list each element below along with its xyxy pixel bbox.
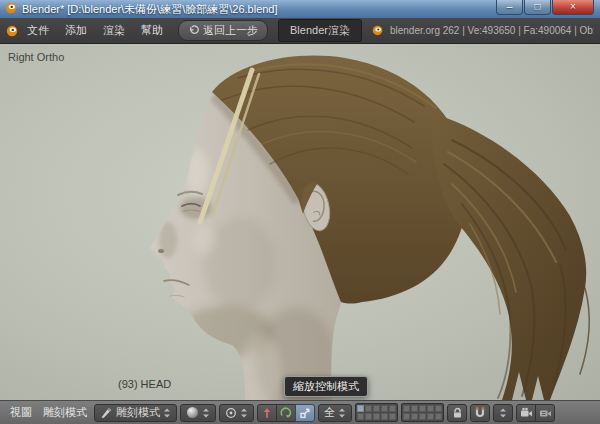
pivot-icon xyxy=(225,407,237,419)
layer-grid xyxy=(355,403,398,422)
manipulator-buttons xyxy=(257,404,315,422)
layer-toggle[interactable] xyxy=(419,413,426,420)
layer-toggle[interactable] xyxy=(435,405,442,412)
layer-toggle[interactable] xyxy=(427,413,434,420)
viewport-header: 視圖 雕刻模式 雕刻模式 全 xyxy=(0,400,600,424)
render-engine-value: Blender渲染 xyxy=(290,24,350,36)
mode-select-value: 雕刻模式 xyxy=(116,405,160,420)
layer-toggle[interactable] xyxy=(389,413,396,420)
layer-toggle[interactable] xyxy=(403,405,410,412)
info-header: 文件 添加 渲染 幫助 返回上一步 Blender渲染 blender.org … xyxy=(0,18,600,44)
undo-icon xyxy=(188,25,199,36)
snap-element-select[interactable] xyxy=(493,404,513,422)
layer-toggle[interactable] xyxy=(365,413,372,420)
shading-sphere-icon xyxy=(186,406,199,419)
layer-toggle[interactable] xyxy=(373,405,380,412)
menu-viewport-view[interactable]: 視圖 xyxy=(6,403,36,422)
render-anim-button[interactable] xyxy=(535,404,555,422)
menu-render[interactable]: 渲染 xyxy=(96,20,132,41)
layer-toggle[interactable] xyxy=(411,413,418,420)
updown-icon xyxy=(338,407,346,419)
rotate-manipulator-button[interactable] xyxy=(276,404,296,422)
magnet-icon xyxy=(474,407,486,419)
view-mode-label: Right Ortho xyxy=(8,51,64,63)
updown-icon xyxy=(240,407,248,419)
render-engine-select[interactable]: Blender渲染 xyxy=(278,19,362,42)
blender-logo-icon xyxy=(6,25,18,37)
scale-manipulator-button[interactable] xyxy=(295,404,315,422)
maximize-button[interactable]: □ xyxy=(524,0,551,15)
head-model xyxy=(0,44,600,400)
layer-toggle[interactable] xyxy=(381,413,388,420)
maximize-icon: □ xyxy=(534,1,540,12)
layer-toggle[interactable] xyxy=(357,413,364,420)
blender-logo-icon xyxy=(372,25,383,36)
window-controls: – □ × xyxy=(496,0,594,15)
tooltip: 縮放控制模式 xyxy=(284,376,368,397)
menu-help[interactable]: 幫助 xyxy=(134,20,170,41)
translate-manipulator-button[interactable] xyxy=(257,404,277,422)
back-button[interactable]: 返回上一步 xyxy=(178,20,268,41)
layer-toggle[interactable] xyxy=(419,405,426,412)
layer-toggle[interactable] xyxy=(403,413,410,420)
layer-toggle[interactable] xyxy=(389,405,396,412)
window-title: Blender* [D:\blender\未備份\練習\臉部練習\26.blen… xyxy=(22,0,278,18)
layer-toggle[interactable] xyxy=(411,405,418,412)
scene-stats: blender.org 262 | Ve:493650 | Fa:490064 … xyxy=(390,25,594,36)
updown-icon xyxy=(499,407,507,419)
menu-sculpt[interactable]: 雕刻模式 xyxy=(39,403,91,422)
orientation-select[interactable]: 全 xyxy=(318,404,352,422)
blender-window: Blender* [D:\blender\未備份\練習\臉部練習\26.blen… xyxy=(0,0,600,424)
layer-toggle[interactable] xyxy=(381,405,388,412)
translate-manipulator-icon xyxy=(261,407,273,419)
mode-select[interactable]: 雕刻模式 xyxy=(94,404,177,422)
minimize-icon: – xyxy=(507,1,513,12)
camera-icon xyxy=(539,407,552,419)
layer-toggle[interactable] xyxy=(427,405,434,412)
updown-icon xyxy=(163,407,171,419)
close-button[interactable]: × xyxy=(552,0,594,15)
layer-toggle[interactable] xyxy=(373,413,380,420)
layer-grid xyxy=(401,403,444,422)
layer-toggle[interactable] xyxy=(365,405,372,412)
lock-button[interactable] xyxy=(447,404,467,422)
back-button-label: 返回上一步 xyxy=(203,23,258,38)
blender-logo-icon xyxy=(5,0,17,18)
render-buttons xyxy=(516,404,555,422)
render-still-button[interactable] xyxy=(516,404,536,422)
menu-add[interactable]: 添加 xyxy=(58,20,94,41)
updown-icon xyxy=(202,407,210,419)
lock-icon xyxy=(452,407,463,419)
layer-toggle[interactable] xyxy=(435,413,442,420)
scale-manipulator-icon xyxy=(299,407,311,419)
brush-icon xyxy=(100,406,113,419)
minimize-button[interactable]: – xyxy=(496,0,523,15)
shading-select[interactable] xyxy=(180,404,216,422)
3d-viewport[interactable]: Right Ortho (93) HEAD 縮放控制模式 xyxy=(0,44,600,400)
menu-file[interactable]: 文件 xyxy=(20,20,56,41)
snap-magnet-button[interactable] xyxy=(470,404,490,422)
titlebar[interactable]: Blender* [D:\blender\未備份\練習\臉部練習\26.blen… xyxy=(0,0,600,18)
pivot-select[interactable] xyxy=(219,404,254,422)
rotate-manipulator-icon xyxy=(280,407,292,419)
frame-object-label: (93) HEAD xyxy=(118,378,171,390)
orientation-value: 全 xyxy=(324,405,335,420)
close-icon: × xyxy=(570,1,576,12)
layer-toggle[interactable] xyxy=(357,405,364,412)
camera-icon xyxy=(520,407,533,419)
